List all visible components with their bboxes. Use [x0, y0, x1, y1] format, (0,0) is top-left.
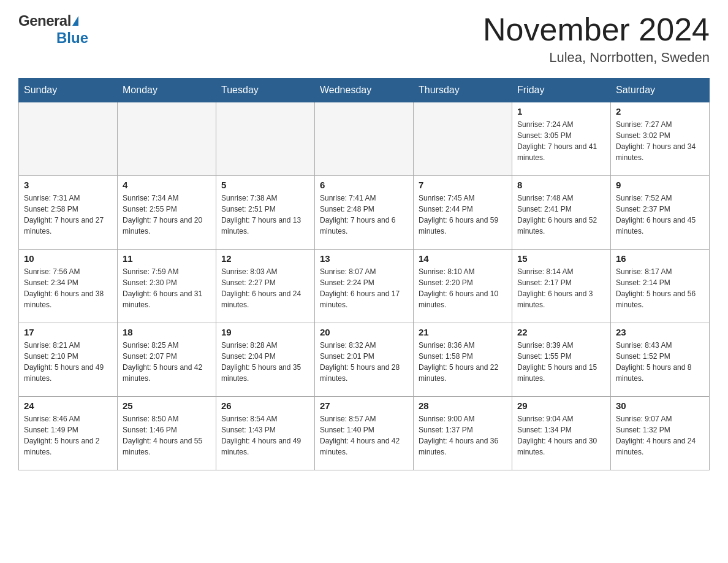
day-info: Sunrise: 7:27 AMSunset: 3:02 PMDaylight:…: [616, 119, 704, 163]
day-info: Sunrise: 7:48 AMSunset: 2:41 PMDaylight:…: [517, 193, 605, 237]
header-saturday: Saturday: [611, 79, 710, 102]
header-tuesday: Tuesday: [216, 79, 315, 102]
header-friday: Friday: [512, 79, 611, 102]
day-number: 19: [221, 327, 309, 337]
calendar-cell: 22Sunrise: 8:39 AMSunset: 1:55 PMDayligh…: [512, 323, 611, 397]
day-number: 5: [221, 180, 309, 190]
calendar-cell: 28Sunrise: 9:00 AMSunset: 1:37 PMDayligh…: [414, 397, 512, 470]
day-info: Sunrise: 7:52 AMSunset: 2:37 PMDaylight:…: [616, 193, 704, 237]
calendar-cell: 16Sunrise: 8:17 AMSunset: 2:14 PMDayligh…: [611, 250, 710, 323]
calendar-cell: 30Sunrise: 9:07 AMSunset: 1:32 PMDayligh…: [611, 397, 710, 470]
day-info: Sunrise: 7:24 AMSunset: 3:05 PMDaylight:…: [517, 119, 605, 163]
day-number: 15: [517, 253, 605, 264]
day-number: 9: [616, 180, 704, 190]
day-info: Sunrise: 8:17 AMSunset: 2:14 PMDaylight:…: [616, 266, 704, 310]
day-number: 18: [123, 327, 211, 337]
day-info: Sunrise: 8:07 AMSunset: 2:24 PMDaylight:…: [320, 266, 408, 310]
day-info: Sunrise: 7:34 AMSunset: 2:55 PMDaylight:…: [123, 193, 211, 237]
calendar-week-row: 10Sunrise: 7:56 AMSunset: 2:34 PMDayligh…: [19, 250, 710, 323]
calendar-week-row: 24Sunrise: 8:46 AMSunset: 1:49 PMDayligh…: [19, 397, 710, 470]
day-number: 12: [221, 253, 309, 264]
calendar-cell: [414, 102, 512, 176]
calendar-cell: 21Sunrise: 8:36 AMSunset: 1:58 PMDayligh…: [414, 323, 512, 397]
logo-triangle-icon: [72, 16, 78, 26]
day-info: Sunrise: 7:59 AMSunset: 2:30 PMDaylight:…: [123, 266, 211, 310]
calendar-week-row: 3Sunrise: 7:31 AMSunset: 2:58 PMDaylight…: [19, 176, 710, 250]
day-info: Sunrise: 8:54 AMSunset: 1:43 PMDaylight:…: [221, 413, 309, 458]
calendar-cell: 24Sunrise: 8:46 AMSunset: 1:49 PMDayligh…: [19, 397, 118, 470]
day-number: 2: [616, 106, 704, 117]
calendar-cell: 13Sunrise: 8:07 AMSunset: 2:24 PMDayligh…: [315, 250, 414, 323]
day-number: 11: [123, 253, 211, 264]
day-number: 20: [320, 327, 408, 337]
calendar-cell: 29Sunrise: 9:04 AMSunset: 1:34 PMDayligh…: [512, 397, 611, 470]
day-number: 6: [320, 180, 408, 190]
day-number: 30: [616, 400, 704, 411]
day-info: Sunrise: 9:07 AMSunset: 1:32 PMDaylight:…: [616, 413, 704, 458]
day-info: Sunrise: 9:00 AMSunset: 1:37 PMDaylight:…: [419, 413, 507, 458]
day-info: Sunrise: 8:14 AMSunset: 2:17 PMDaylight:…: [517, 266, 605, 310]
day-info: Sunrise: 8:10 AMSunset: 2:20 PMDaylight:…: [419, 266, 507, 310]
day-info: Sunrise: 7:31 AMSunset: 2:58 PMDaylight:…: [24, 193, 112, 237]
header-monday: Monday: [118, 79, 216, 102]
day-number: 25: [123, 400, 211, 411]
day-number: 14: [419, 253, 507, 264]
calendar-cell: 6Sunrise: 7:41 AMSunset: 2:48 PMDaylight…: [315, 176, 414, 250]
day-info: Sunrise: 7:38 AMSunset: 2:51 PMDaylight:…: [221, 193, 309, 237]
calendar-cell: 5Sunrise: 7:38 AMSunset: 2:51 PMDaylight…: [216, 176, 315, 250]
day-info: Sunrise: 7:56 AMSunset: 2:34 PMDaylight:…: [24, 266, 112, 310]
day-number: 24: [24, 400, 112, 411]
day-number: 21: [419, 327, 507, 337]
calendar-cell: 7Sunrise: 7:45 AMSunset: 2:44 PMDaylight…: [414, 176, 512, 250]
day-number: 1: [517, 106, 605, 117]
calendar-cell: 12Sunrise: 8:03 AMSunset: 2:27 PMDayligh…: [216, 250, 315, 323]
calendar-cell: 11Sunrise: 7:59 AMSunset: 2:30 PMDayligh…: [118, 250, 216, 323]
calendar-cell: [19, 102, 118, 176]
day-number: 17: [24, 327, 112, 337]
day-number: 23: [616, 327, 704, 337]
day-info: Sunrise: 7:45 AMSunset: 2:44 PMDaylight:…: [419, 193, 507, 237]
calendar-week-row: 1Sunrise: 7:24 AMSunset: 3:05 PMDaylight…: [19, 102, 710, 176]
calendar-cell: 2Sunrise: 7:27 AMSunset: 3:02 PMDaylight…: [611, 102, 710, 176]
calendar-cell: 14Sunrise: 8:10 AMSunset: 2:20 PMDayligh…: [414, 250, 512, 323]
day-number: 10: [24, 253, 112, 264]
logo-general-text: General: [18, 12, 71, 29]
day-number: 13: [320, 253, 408, 264]
calendar-header-row: SundayMondayTuesdayWednesdayThursdayFrid…: [19, 79, 710, 102]
calendar-cell: 25Sunrise: 8:50 AMSunset: 1:46 PMDayligh…: [118, 397, 216, 470]
calendar-cell: 23Sunrise: 8:43 AMSunset: 1:52 PMDayligh…: [611, 323, 710, 397]
calendar-cell: 9Sunrise: 7:52 AMSunset: 2:37 PMDaylight…: [611, 176, 710, 250]
logo: General Blue: [18, 12, 88, 47]
calendar-cell: 10Sunrise: 7:56 AMSunset: 2:34 PMDayligh…: [19, 250, 118, 323]
day-info: Sunrise: 8:57 AMSunset: 1:40 PMDaylight:…: [320, 413, 408, 458]
day-number: 27: [320, 400, 408, 411]
day-number: 22: [517, 327, 605, 337]
calendar-table: SundayMondayTuesdayWednesdayThursdayFrid…: [18, 78, 710, 470]
day-info: Sunrise: 8:25 AMSunset: 2:07 PMDaylight:…: [123, 340, 211, 384]
day-number: 8: [517, 180, 605, 190]
header-sunday: Sunday: [19, 79, 118, 102]
day-number: 28: [419, 400, 507, 411]
calendar-cell: [216, 102, 315, 176]
day-number: 3: [24, 180, 112, 190]
calendar-cell: 26Sunrise: 8:54 AMSunset: 1:43 PMDayligh…: [216, 397, 315, 470]
day-info: Sunrise: 8:46 AMSunset: 1:49 PMDaylight:…: [24, 413, 112, 458]
day-info: Sunrise: 8:43 AMSunset: 1:52 PMDaylight:…: [616, 340, 704, 384]
calendar-cell: 17Sunrise: 8:21 AMSunset: 2:10 PMDayligh…: [19, 323, 118, 397]
day-number: 7: [419, 180, 507, 190]
day-info: Sunrise: 7:41 AMSunset: 2:48 PMDaylight:…: [320, 193, 408, 237]
title-block: November 2024 Lulea, Norrbotten, Sweden: [483, 12, 710, 66]
calendar-cell: 18Sunrise: 8:25 AMSunset: 2:07 PMDayligh…: [118, 323, 216, 397]
day-info: Sunrise: 8:21 AMSunset: 2:10 PMDaylight:…: [24, 340, 112, 384]
page-header: General Blue November 2024 Lulea, Norrbo…: [18, 12, 710, 66]
calendar-cell: 4Sunrise: 7:34 AMSunset: 2:55 PMDaylight…: [118, 176, 216, 250]
day-info: Sunrise: 8:28 AMSunset: 2:04 PMDaylight:…: [221, 340, 309, 384]
day-info: Sunrise: 8:03 AMSunset: 2:27 PMDaylight:…: [221, 266, 309, 310]
calendar-cell: 15Sunrise: 8:14 AMSunset: 2:17 PMDayligh…: [512, 250, 611, 323]
calendar-week-row: 17Sunrise: 8:21 AMSunset: 2:10 PMDayligh…: [19, 323, 710, 397]
month-title: November 2024: [483, 12, 710, 47]
day-number: 4: [123, 180, 211, 190]
calendar-cell: 27Sunrise: 8:57 AMSunset: 1:40 PMDayligh…: [315, 397, 414, 470]
day-number: 16: [616, 253, 704, 264]
calendar-cell: [118, 102, 216, 176]
